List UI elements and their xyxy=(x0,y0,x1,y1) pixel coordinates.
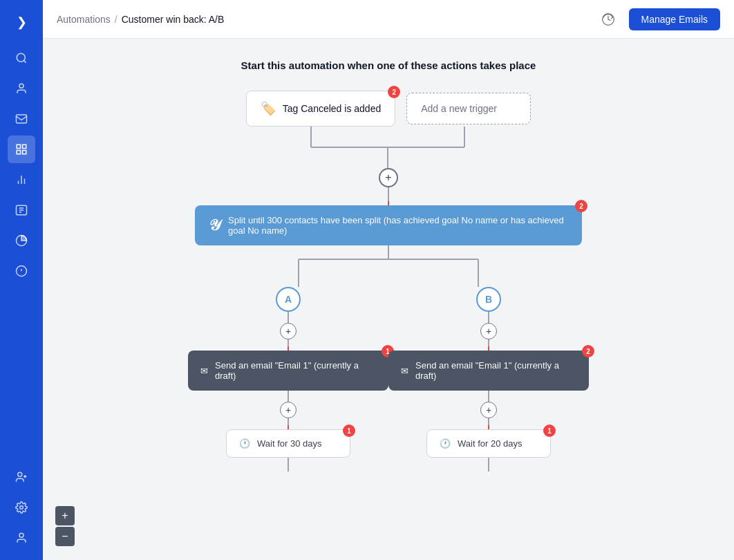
add-node-button[interactable]: + xyxy=(379,168,398,187)
branch-b-wait-node[interactable]: 🕐 Wait for 20 days 1 xyxy=(426,429,551,458)
trigger-box-tag[interactable]: 🏷️ Tag Canceled is added 2 xyxy=(246,91,395,127)
sidebar-item-campaigns[interactable] xyxy=(8,196,35,224)
branch-b-line-2 xyxy=(488,339,489,346)
sidebar-item-contacts[interactable] xyxy=(8,75,35,102)
email-icon-a: ✉ xyxy=(200,366,208,376)
add-trigger-label: Add a new trigger xyxy=(421,103,497,114)
automation-title: Start this automation when one of these … xyxy=(84,59,693,71)
trigger-label: Tag Canceled is added xyxy=(283,103,381,114)
svg-point-22 xyxy=(19,533,23,537)
svg-point-21 xyxy=(20,506,23,510)
branch-b-line-1 xyxy=(488,312,489,323)
sidebar-item-reports[interactable] xyxy=(8,166,35,194)
main-area: Automations / Customer win back: A/B Man… xyxy=(43,0,734,560)
branch-a-line-5 xyxy=(288,458,289,472)
breadcrumb-current: Customer win back: A/B xyxy=(122,14,225,25)
branch-a-wait-label: Wait for 30 days xyxy=(257,438,321,449)
svg-rect-2 xyxy=(17,115,27,123)
zoom-controls: + − xyxy=(55,506,75,546)
connector-line-1 xyxy=(388,187,389,201)
branch-a-wait-badge: 1 xyxy=(343,424,355,437)
sidebar-item-email[interactable] xyxy=(8,105,35,133)
header-actions: Manage Emails xyxy=(596,7,721,32)
branch-a-email-label: Send an email "Email 1" (currently a dra… xyxy=(215,360,376,381)
automation-flow: 🏷️ Tag Canceled is added 2 Add a new tri… xyxy=(84,91,693,472)
branch-a-email-node[interactable]: ✉ Send an email "Email 1" (currently a d… xyxy=(188,351,388,391)
svg-point-1 xyxy=(19,84,23,88)
sidebar: ❯ xyxy=(0,0,43,560)
add-trigger-box[interactable]: Add a new trigger xyxy=(406,93,531,124)
branch-b-label: B xyxy=(476,287,501,312)
trigger-row: 🏷️ Tag Canceled is added 2 Add a new tri… xyxy=(246,91,531,127)
split-badge: 2 xyxy=(575,200,587,212)
sidebar-item-profile[interactable] xyxy=(8,524,35,552)
branch-b-email-badge: 2 xyxy=(582,345,594,357)
branch-b-email-label: Send an email "Email 1" (currently a dra… xyxy=(415,360,576,381)
branch-a-add-button-2[interactable]: + xyxy=(280,402,297,418)
branch-b-wait-label: Wait for 20 days xyxy=(458,438,522,449)
svg-point-0 xyxy=(17,53,25,62)
split-fork-svg xyxy=(188,245,589,287)
split-fork-connector xyxy=(188,245,589,287)
sidebar-item-settings[interactable] xyxy=(8,494,35,521)
branch-a-wait-node[interactable]: 🕐 Wait for 30 days 1 xyxy=(226,429,350,458)
svg-rect-6 xyxy=(23,151,26,154)
breadcrumb: Automations / Customer win back: A/B xyxy=(57,14,224,25)
branch-a-line-4 xyxy=(288,418,289,425)
history-button[interactable] xyxy=(596,7,621,32)
split-node[interactable]: 𝒴 Split until 300 contacts have been spl… xyxy=(195,205,582,245)
branch-b-add-button[interactable]: + xyxy=(480,323,497,339)
svg-point-18 xyxy=(18,472,22,476)
svg-rect-3 xyxy=(17,144,20,148)
sidebar-item-add-contacts[interactable] xyxy=(8,463,35,491)
ab-branches: A + ✉ Send an email "Email 1" (currently… xyxy=(188,287,589,472)
branch-a: A + ✉ Send an email "Email 1" (currently… xyxy=(188,287,388,472)
tag-icon: 🏷️ xyxy=(261,101,276,116)
manage-emails-button[interactable]: Manage Emails xyxy=(629,8,721,30)
trigger-badge: 2 xyxy=(388,86,400,98)
split-label: Split until 300 contacts have been split… xyxy=(228,215,568,236)
sidebar-item-analytics[interactable] xyxy=(8,227,35,254)
automation-canvas[interactable]: Start this automation when one of these … xyxy=(43,39,734,560)
breadcrumb-automations[interactable]: Automations xyxy=(57,14,111,25)
branch-a-add-button[interactable]: + xyxy=(280,323,297,339)
branch-b-line-5 xyxy=(488,458,489,472)
branch-b: B + ✉ Send an email "Email 1" (currently… xyxy=(388,287,589,472)
zoom-in-button[interactable]: + xyxy=(55,506,75,525)
sidebar-item-automations[interactable] xyxy=(8,136,35,163)
branch-b-add-button-2[interactable]: + xyxy=(480,402,497,418)
branch-a-label: A xyxy=(276,287,301,312)
sidebar-item-search[interactable] xyxy=(8,44,35,72)
branch-a-line-2 xyxy=(288,339,289,346)
chevron-right-icon: ❯ xyxy=(17,15,27,30)
svg-rect-4 xyxy=(23,144,26,148)
app-header: Automations / Customer win back: A/B Man… xyxy=(43,0,734,39)
sidebar-toggle[interactable]: ❯ xyxy=(8,8,35,36)
branch-b-wait-badge: 1 xyxy=(543,424,556,437)
branch-b-line-4 xyxy=(488,418,489,425)
split-icon: 𝒴 xyxy=(209,216,220,234)
clock-icon-a: 🕐 xyxy=(239,438,250,449)
canvas-inner: Start this automation when one of these … xyxy=(43,39,734,560)
fork-svg xyxy=(229,127,547,168)
branch-b-line-3 xyxy=(488,391,489,402)
trigger-fork-connector xyxy=(229,127,547,168)
breadcrumb-separator: / xyxy=(115,14,117,25)
email-icon-b: ✉ xyxy=(401,366,408,376)
branch-b-email-node[interactable]: ✉ Send an email "Email 1" (currently a d… xyxy=(388,351,589,391)
zoom-out-button[interactable]: − xyxy=(55,527,75,546)
svg-rect-5 xyxy=(17,151,20,154)
branch-a-line-1 xyxy=(288,312,289,323)
sidebar-item-integrations[interactable] xyxy=(8,257,35,285)
clock-icon-b: 🕐 xyxy=(440,438,451,449)
branch-a-line-3 xyxy=(288,391,289,402)
sidebar-bottom xyxy=(8,463,35,552)
